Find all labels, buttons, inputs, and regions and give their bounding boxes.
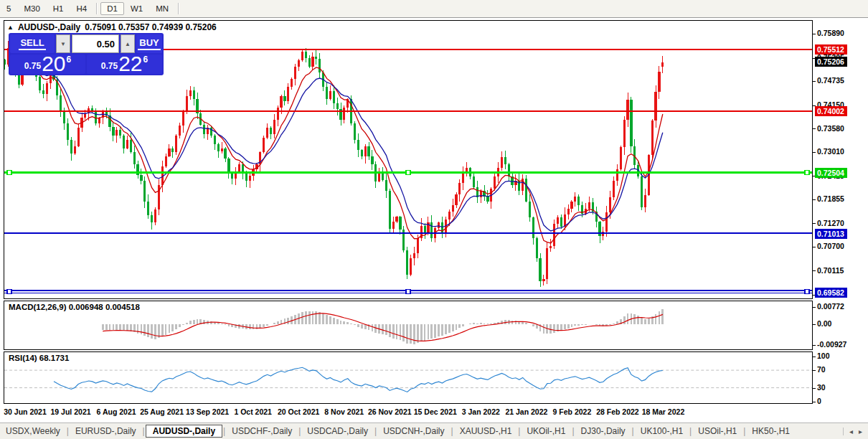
date-label: 25 Aug 2021 bbox=[140, 407, 184, 416]
price-tick: 0.75890 bbox=[813, 29, 844, 38]
tick-mark bbox=[813, 270, 816, 271]
chart-title-symbol: AUDUSD-,Daily bbox=[18, 22, 80, 32]
sell-button-label: SELL bbox=[19, 37, 45, 50]
title-collapse-icon[interactable]: ▲ bbox=[7, 24, 14, 31]
symbol-tab-xauusd[interactable]: XAUUSD-,H1 bbox=[454, 425, 518, 437]
line-handle[interactable] bbox=[406, 170, 410, 174]
level-price-badge: 0.75512 bbox=[815, 44, 847, 55]
date-label: 13 Sep 2021 bbox=[186, 407, 229, 416]
date-axis[interactable]: 30 Jun 202119 Jul 20216 Aug 202125 Aug 2… bbox=[4, 406, 813, 418]
tick-mark bbox=[813, 128, 816, 129]
buy-button-label: BUY bbox=[138, 37, 160, 50]
date-label: 3 Jan 2022 bbox=[462, 407, 500, 416]
volume-decrease-button[interactable]: ▼ bbox=[56, 34, 70, 53]
rsi-tick: 0 bbox=[813, 397, 821, 406]
tick-mark bbox=[813, 345, 816, 346]
rsi-tick: 70 bbox=[813, 365, 826, 374]
symbol-tab-ukoil[interactable]: UKOil-,H1 bbox=[521, 425, 571, 437]
date-label: 26 Nov 2021 bbox=[368, 407, 412, 416]
timeframe-button-d1[interactable]: D1 bbox=[100, 2, 124, 15]
buy-price-box[interactable]: 0.75 22 6 bbox=[87, 55, 162, 74]
line-handle[interactable] bbox=[805, 170, 809, 174]
symbol-tab-usdchf[interactable]: USDCHF-,Daily bbox=[226, 425, 298, 437]
ma-slow-line bbox=[15, 62, 662, 231]
price-tick: 0.71855 bbox=[813, 194, 844, 204]
price-tick: 0.74735 bbox=[813, 76, 844, 85]
date-label: 15 Dec 2021 bbox=[414, 407, 457, 416]
horizontal-line[interactable] bbox=[4, 290, 812, 294]
spin-up-icon: ▲ bbox=[125, 41, 131, 47]
sell-price-main: 20 bbox=[42, 55, 65, 73]
symbol-tab-dj30[interactable]: DJ30-,Daily bbox=[575, 425, 631, 437]
one-click-trade-panel: SELL ▼ ▲ BUY 0.75 20 6 0.75 22 6 bbox=[9, 33, 164, 75]
tick-mark bbox=[813, 81, 816, 82]
line-handle[interactable] bbox=[7, 170, 11, 174]
symbol-tab-usoil[interactable]: USOil-,H1 bbox=[692, 425, 742, 437]
tick-mark bbox=[813, 307, 816, 308]
level-price-badge: 0.74002 bbox=[815, 106, 847, 116]
symbol-tab-usdcnh[interactable]: USDCNH-,Daily bbox=[377, 425, 450, 437]
tick-mark bbox=[813, 152, 816, 153]
tick-mark bbox=[813, 247, 816, 247]
sell-price-prefix: 0.75 bbox=[24, 61, 41, 71]
tab-scroll-controls: ◂▸ bbox=[843, 428, 868, 435]
macd-tick: 0.00772 bbox=[813, 302, 844, 311]
sell-button[interactable]: SELL bbox=[10, 34, 55, 53]
toolbar-separator bbox=[178, 3, 179, 14]
price-axis[interactable]: 0.758900.753050.747350.741500.735800.730… bbox=[813, 20, 868, 405]
tab-scroll-left-icon[interactable]: ◂ bbox=[849, 428, 853, 435]
chart-title: ▲ AUDUSD-,Daily 0.75091 0.75357 0.74939 … bbox=[7, 22, 217, 32]
volume-increase-button[interactable]: ▲ bbox=[121, 34, 135, 53]
tick-mark bbox=[813, 370, 816, 371]
rsi-tick: 100 bbox=[813, 351, 830, 361]
tick-mark bbox=[813, 34, 816, 34]
date-label: 30 Jun 2021 bbox=[4, 407, 47, 416]
date-label: 19 Jul 2021 bbox=[51, 407, 91, 416]
date-label: 1 Oct 2021 bbox=[234, 407, 272, 416]
tick-mark bbox=[813, 223, 816, 224]
sell-price-box[interactable]: 0.75 20 6 bbox=[10, 55, 85, 74]
timeframe-button-5[interactable]: 5 bbox=[0, 2, 17, 15]
macd-tick: -0.00927 bbox=[813, 340, 846, 349]
tick-mark bbox=[813, 402, 816, 402]
timeframe-button-h1[interactable]: H1 bbox=[47, 2, 70, 15]
symbol-tab-eurusd[interactable]: EURUSD-,Daily bbox=[70, 425, 142, 437]
date-label: 8 Nov 2021 bbox=[324, 407, 364, 416]
symbol-tab-bar: USDX,Weekly|EURUSD-,Daily|AUDUSD-,Daily|… bbox=[0, 423, 868, 439]
timeframe-button-h4[interactable]: H4 bbox=[70, 2, 93, 15]
symbol-tab-hk50[interactable]: HK50-,H1 bbox=[746, 425, 796, 437]
horizontal-line[interactable] bbox=[4, 170, 812, 174]
macd-label: MACD(12,26,9) 0.006948 0.004518 bbox=[9, 303, 140, 311]
price-tick: 0.70700 bbox=[813, 242, 844, 251]
timeframe-button-w1[interactable]: W1 bbox=[124, 2, 149, 15]
sell-price-pipette: 6 bbox=[67, 55, 72, 65]
tab-scroll-right-icon[interactable]: ▸ bbox=[859, 428, 862, 435]
level-price-badge: 0.71013 bbox=[815, 229, 847, 239]
buy-price-prefix: 0.75 bbox=[101, 61, 118, 71]
timeframe-button-m30[interactable]: M30 bbox=[17, 2, 46, 15]
line-handle[interactable] bbox=[406, 290, 410, 294]
candles bbox=[4, 41, 664, 287]
tick-mark bbox=[813, 324, 816, 325]
timeframe-button-mn[interactable]: MN bbox=[149, 2, 175, 15]
buy-price-main: 22 bbox=[118, 55, 142, 73]
buy-button[interactable]: BUY bbox=[136, 34, 162, 53]
price-tick: 0.73010 bbox=[813, 147, 844, 156]
line-handle[interactable] bbox=[805, 290, 809, 294]
symbol-tab-usdx[interactable]: USDX,Weekly bbox=[0, 425, 66, 437]
volume-input[interactable] bbox=[72, 34, 119, 53]
tick-mark bbox=[813, 357, 816, 357]
date-label: 9 Feb 2022 bbox=[553, 407, 592, 416]
rsi-pane[interactable] bbox=[4, 351, 813, 404]
symbol-tab-audusd[interactable]: AUDUSD-,Daily bbox=[146, 425, 222, 438]
symbol-tab-usdcad[interactable]: USDCAD-,Daily bbox=[301, 425, 374, 437]
price-tick: 0.71270 bbox=[813, 219, 844, 228]
date-label: 20 Oct 2021 bbox=[278, 407, 319, 416]
symbol-tab-uk100[interactable]: UK100-,H1 bbox=[635, 425, 689, 437]
price-tick: 0.73580 bbox=[813, 124, 844, 133]
rsi-line bbox=[54, 367, 663, 392]
rsi-tick: 30 bbox=[813, 383, 826, 392]
date-label: 21 Jan 2022 bbox=[505, 407, 547, 416]
line-handle[interactable] bbox=[7, 290, 11, 294]
tick-mark bbox=[813, 199, 816, 200]
